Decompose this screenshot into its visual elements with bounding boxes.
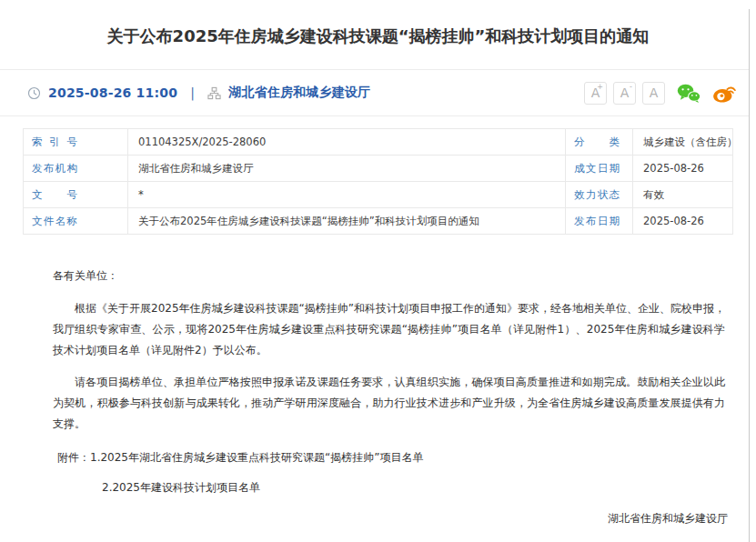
source-org-icon <box>207 86 221 100</box>
table-row: 发布机构 湖北省住房和城乡建设厅 成文日期 2025-08-26 <box>24 156 733 182</box>
label-index-number: 索引号 <box>24 129 128 156</box>
value-document-title: 关于公布2025年住房城乡建设科技课题“揭榜挂帅”和科技计划项目的通知 <box>128 208 566 235</box>
label-validity-status: 效力状态 <box>566 182 633 208</box>
value-index-number: 01104325X/2025-28060 <box>128 129 566 156</box>
value-written-date: 2025-08-26 <box>633 156 733 182</box>
signer-name: 湖北省住房和城乡建设厅 <box>53 508 728 529</box>
clock-icon <box>27 86 41 100</box>
meta-bar: 2025-08-26 11:00 | 湖北省住房和城乡建设厅 A+ A- A <box>0 70 756 115</box>
page-border <box>749 9 750 542</box>
label-document-number: 文号 <box>24 182 128 208</box>
label-written-date: 成文日期 <box>566 156 633 182</box>
attachment-item-1: 1.2025年湖北省住房城乡建设重点科技研究课题“揭榜挂帅”项目名单 <box>90 451 423 464</box>
attachment-item-2: 2.2025年建设科技计划项目名单 <box>53 477 725 498</box>
value-publish-date: 2025-08-26 <box>633 208 733 235</box>
minus-sup: - <box>630 84 632 91</box>
label-category: 分类 <box>566 129 633 156</box>
label-publish-date: 发布日期 <box>566 208 633 235</box>
table-row: 文号 * 效力状态 有效 <box>24 182 733 208</box>
font-increase-button[interactable]: A+ <box>584 82 607 105</box>
wechat-share-icon[interactable] <box>677 83 701 104</box>
label-issuing-agency: 发布机构 <box>24 156 128 182</box>
value-issuing-agency: 湖北省住房和城乡建设厅 <box>128 156 566 182</box>
plus-sup: + <box>597 84 603 91</box>
body-paragraph: 请各项目揭榜单位、承担单位严格按照申报承诺及课题任务要求，认真组织实施，确保项目… <box>53 372 725 435</box>
page-title: 关于公布2025年住房城乡建设科技课题“揭榜挂帅”和科技计划项目的通知 <box>0 0 756 48</box>
table-row: 文件名称 关于公布2025年住房城乡建设科技课题“揭榜挂帅”和科技计划项目的通知… <box>24 208 733 235</box>
body-paragraph: 根据《关于开展2025年住房城乡建设科技课题“揭榜挂帅”和科技计划项目申报工作的… <box>53 298 725 361</box>
font-decrease-button[interactable]: A- <box>613 82 636 105</box>
meta-right: A+ A- A <box>584 82 736 105</box>
value-category: 城乡建设（含住房） <box>633 129 733 156</box>
divider <box>0 115 749 116</box>
table-row: 索引号 01104325X/2025-28060 分类 城乡建设（含住房） <box>24 129 733 156</box>
font-default-button[interactable]: A <box>642 82 665 105</box>
value-validity-status: 有效 <box>633 182 733 208</box>
weibo-share-icon[interactable] <box>712 83 736 104</box>
document-info-table: 索引号 01104325X/2025-28060 分类 城乡建设（含住房） 发布… <box>23 128 733 235</box>
meta-left: 2025-08-26 11:00 | 湖北省住房和城乡建设厅 <box>27 85 370 101</box>
label-document-title: 文件名称 <box>24 208 128 235</box>
salutation: 各有关单位： <box>53 266 725 286</box>
separator: | <box>190 85 195 100</box>
source-name[interactable]: 湖北省住房和城乡建设厅 <box>228 85 370 101</box>
value-document-number: * <box>128 182 566 208</box>
document-body: 各有关单位： 根据《关于开展2025年住房城乡建设科技课题“揭榜挂帅”和科技计划… <box>0 235 756 542</box>
publish-datetime: 2025-08-26 11:00 <box>48 85 177 100</box>
attachments-label: 附件： <box>57 451 90 464</box>
attachment-line: 附件：1.2025年湖北省住房城乡建设重点科技研究课题“揭榜挂帅”项目名单 <box>53 447 725 468</box>
